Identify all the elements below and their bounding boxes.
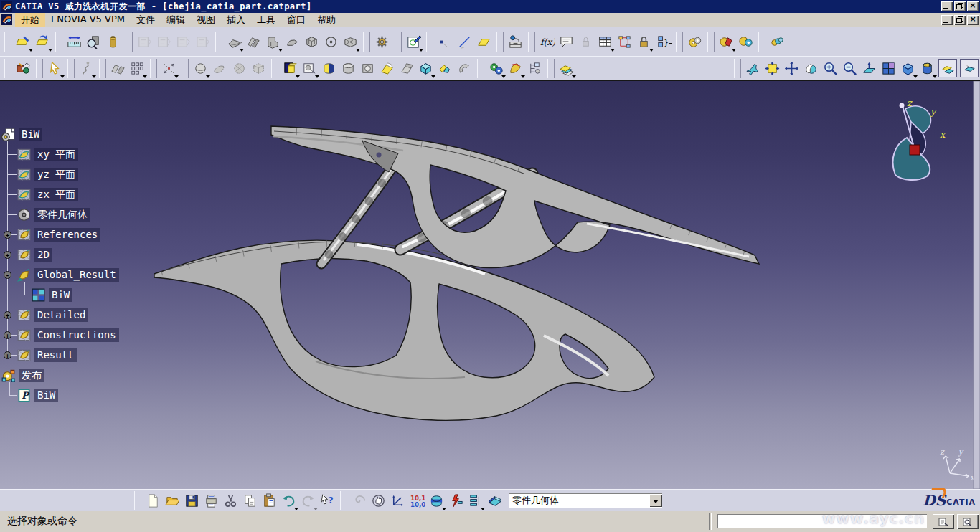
equivalent-dimensions-button[interactable]: }= <box>654 32 673 52</box>
gear-tool-button[interactable] <box>372 32 392 52</box>
sweep-sheet-button[interactable] <box>377 59 397 78</box>
redo-button[interactable] <box>298 491 318 510</box>
thick-surface-button[interactable] <box>416 59 435 78</box>
unfold-sheet-button[interactable] <box>435 59 455 78</box>
develop-surface-button[interactable] <box>281 59 300 78</box>
draft-tool-1-button[interactable] <box>135 32 154 52</box>
box-face-tool-button[interactable] <box>341 32 360 52</box>
sticker-tool-button[interactable] <box>300 59 319 78</box>
junction-planes-button[interactable] <box>108 59 128 78</box>
rotate-button[interactable] <box>801 59 821 78</box>
compass-base[interactable] <box>910 145 920 155</box>
power-input-button-1[interactable] <box>933 514 954 529</box>
tree-item-Constructions[interactable]: Constructions <box>17 327 119 343</box>
render-style-button[interactable] <box>918 59 937 78</box>
wedge-tool-button[interactable] <box>225 32 244 52</box>
surface-curvature-button[interactable] <box>506 59 525 78</box>
cut-button[interactable] <box>221 491 240 510</box>
copy-button[interactable] <box>240 491 260 510</box>
measure-inertia-button[interactable] <box>103 32 123 52</box>
cylinder-surface-button[interactable] <box>339 59 358 78</box>
new-document-button[interactable] <box>143 491 163 510</box>
multi-view-button[interactable] <box>879 59 898 78</box>
send-to-button[interactable] <box>14 59 33 78</box>
tree-item-Detailed[interactable]: Detailed <box>17 307 88 323</box>
rough-sphere-button[interactable] <box>230 59 249 78</box>
draft-tool-4-button[interactable] <box>193 32 212 52</box>
draft-tool-3-button[interactable] <box>174 32 193 52</box>
menu-插入[interactable]: 插入 <box>221 13 251 27</box>
zoom-in-button[interactable] <box>821 59 840 78</box>
knowledge-inspector-button[interactable] <box>685 32 705 52</box>
slice-tool-button[interactable] <box>283 32 302 52</box>
fit-all-in-button[interactable] <box>763 59 782 78</box>
measure-between-button[interactable] <box>65 32 84 52</box>
tree-expander-plus[interactable]: + <box>4 351 11 359</box>
axis-system-button[interactable] <box>388 491 407 510</box>
knowledge-advisor-button[interactable] <box>717 32 736 52</box>
menu-视图[interactable]: 视图 <box>191 13 221 27</box>
rough-offset-button[interactable] <box>210 59 230 78</box>
sketcher-button[interactable] <box>404 32 423 52</box>
tree-item-2D[interactable]: 2D <box>17 247 52 262</box>
dropdown-arrow-icon[interactable] <box>143 75 147 78</box>
dropdown-arrow-icon[interactable] <box>356 49 360 52</box>
menu-文件[interactable]: 文件 <box>131 13 161 27</box>
doc-minimize-button[interactable] <box>941 15 953 25</box>
rough-cube-button[interactable] <box>249 59 268 78</box>
design-table-button[interactable] <box>595 32 615 52</box>
swap-visible-space-button[interactable] <box>960 59 979 77</box>
line-tool-button[interactable] <box>455 32 474 52</box>
split-solid-button[interactable] <box>319 59 339 78</box>
menu-帮助[interactable]: 帮助 <box>311 13 341 27</box>
compass-knob[interactable] <box>900 103 905 108</box>
restore-button[interactable] <box>954 1 966 11</box>
structure-tree-button[interactable] <box>525 59 545 78</box>
comment-button[interactable] <box>557 32 576 52</box>
lock-parameter-button[interactable] <box>576 32 595 52</box>
dropdown-arrow-icon[interactable] <box>48 49 52 52</box>
prism-surface-button[interactable] <box>397 59 416 78</box>
grid-box-tool-button[interactable] <box>302 32 321 52</box>
undo-button[interactable] <box>279 491 298 510</box>
ring-segment-button[interactable] <box>455 59 474 78</box>
edit-list-button[interactable] <box>466 491 485 510</box>
menu-ENOVIA V5 VPM[interactable]: ENOVIA V5 VPM <box>45 13 131 27</box>
menu-工具[interactable]: 工具 <box>251 13 281 27</box>
select-button[interactable] <box>45 59 65 78</box>
body-selector-combo[interactable]: 零件几何体 <box>509 493 662 508</box>
open-document-button[interactable] <box>163 491 182 510</box>
tree-item-Global_Result[interactable]: Global_Result <box>17 267 119 282</box>
axis-target-tool-button[interactable] <box>321 32 341 52</box>
pad-tool-button[interactable] <box>263 32 283 52</box>
check-connexity-button[interactable] <box>486 59 506 78</box>
tree-item-zx-平面[interactable]: zx 平面 <box>17 186 78 202</box>
tree-expander-plus[interactable]: + <box>4 231 11 239</box>
scale-transform-button[interactable] <box>159 59 179 78</box>
minimize-button[interactable] <box>941 1 953 11</box>
dropdown-arrow-icon[interactable] <box>419 49 423 52</box>
tree-item-yz-平面[interactable]: yz 平面 <box>17 166 78 182</box>
helix-tool-button[interactable] <box>77 59 96 78</box>
tree-item-xy-平面[interactable]: xy 平面 <box>17 146 78 162</box>
menu-编辑[interactable]: 编辑 <box>161 13 191 27</box>
plane-tool-button[interactable] <box>474 32 494 52</box>
combo-dropdown-button[interactable] <box>649 495 662 507</box>
relations-button[interactable] <box>615 32 634 52</box>
sketch-tracer-button[interactable] <box>14 32 33 52</box>
surfaces-book-button[interactable] <box>485 491 504 510</box>
formula-button[interactable]: f(x) <box>537 32 557 52</box>
update-all-button[interactable] <box>446 491 466 510</box>
tree-item-References[interactable]: References <box>17 227 100 242</box>
normal-view-button[interactable] <box>859 59 879 78</box>
point-tool-button[interactable] <box>435 32 455 52</box>
sphere-surface-button[interactable] <box>191 59 210 78</box>
dropdown-arrow-icon[interactable] <box>174 75 179 78</box>
measure-item-button[interactable] <box>84 32 103 52</box>
layer-stack-button[interactable] <box>557 59 576 78</box>
tree-item-发布[interactable]: 发布 <box>1 367 44 383</box>
tree-item-Result[interactable]: Result <box>17 347 77 363</box>
hole-face-button[interactable] <box>358 59 377 78</box>
weld-spiral-button[interactable] <box>349 491 369 510</box>
whats-this-button[interactable]: ? <box>318 491 337 510</box>
